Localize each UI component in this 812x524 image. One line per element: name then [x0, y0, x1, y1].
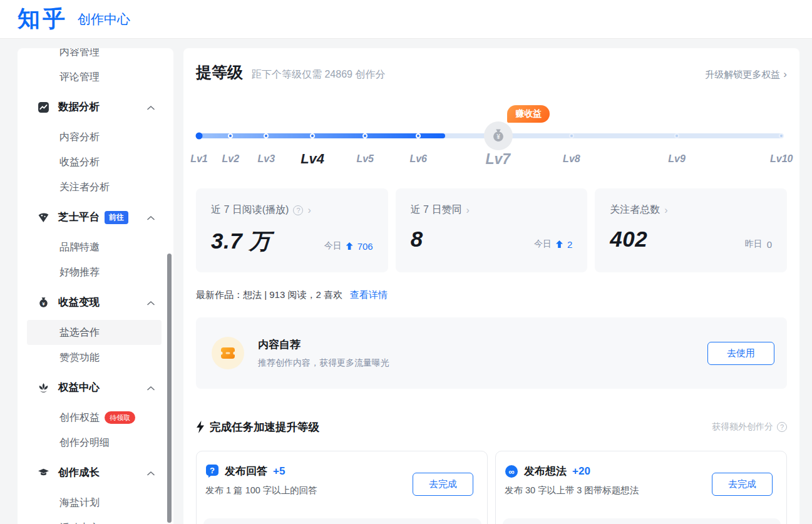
- level-label-4-current: Lv4: [301, 151, 324, 167]
- sidebar-item-follower-analysis[interactable]: 关注者分析: [18, 175, 173, 200]
- level-dot-10: [779, 133, 784, 138]
- question-bubble-icon: ?: [205, 464, 219, 478]
- level-dot-3: [264, 133, 269, 138]
- stat-label: 近 7 日赞同: [411, 203, 462, 217]
- delta-label: 昨日: [745, 239, 763, 250]
- top-header: 知乎 创作中心: [0, 0, 812, 39]
- sidebar-item-brand-invite[interactable]: 品牌特邀: [18, 235, 173, 260]
- zhihu-logo[interactable]: 知乎: [18, 4, 68, 34]
- ticket-icon: [212, 337, 244, 369]
- sidebar-section-label: 芝士平台: [58, 210, 100, 224]
- sidebar-item-yanxuan-cooperation[interactable]: 盐选合作: [27, 320, 162, 345]
- sidebar-section-label: 收益变现: [58, 295, 100, 309]
- sidebar-item-goods-recommend[interactable]: 好物推荐: [18, 260, 173, 285]
- latest-work-text: 最新作品：想法 | 913 阅读，2 喜欢: [196, 289, 342, 301]
- sidebar-section-monetization[interactable]: ¥ 收益变现: [18, 287, 173, 317]
- chevron-up-icon[interactable]: [147, 297, 155, 309]
- task-points: +5: [273, 465, 285, 478]
- svg-text:?: ?: [210, 466, 215, 475]
- extra-score-hint: 获得额外创作分 ?: [712, 421, 787, 433]
- moneybag-icon: ¥: [491, 128, 506, 143]
- next-task-placeholder: [203, 518, 481, 524]
- sidebar-item-comment-management[interactable]: 评论管理: [18, 64, 173, 90]
- goto-badge[interactable]: 前往: [105, 211, 128, 224]
- main-panel: 提等级 距下个等级仅需 24869 创作分 升级解锁更多权益› 赚收益 ¥ Lv…: [183, 48, 799, 524]
- pending-claim-badge: 待领取: [105, 411, 135, 424]
- sidebar-section-rights-center[interactable]: 权益中心: [18, 372, 173, 403]
- sidebar-item-content-analysis[interactable]: 内容分析: [18, 125, 173, 150]
- sidebar-item-creation-rights[interactable]: 创作权益 待领取: [18, 405, 173, 430]
- task-card-publish-idea: ∞ 发布想法 +20 发布 30 字以上带 3 图带标题想法 去完成: [495, 451, 787, 524]
- sidebar-item-reward-function[interactable]: 赞赏功能: [18, 345, 173, 370]
- task-title: 发布想法: [524, 464, 567, 478]
- go-complete-button[interactable]: 去完成: [712, 473, 773, 496]
- lightning-icon: [196, 421, 205, 433]
- upgrade-benefits-link[interactable]: 升级解锁更多权益›: [705, 68, 787, 81]
- sidebar-item-activity-center[interactable]: 活动中心: [18, 515, 173, 524]
- level-dot-5: [362, 133, 367, 138]
- sidebar-item-content-management[interactable]: 内容管理: [18, 48, 173, 64]
- level-label-9: Lv9: [668, 153, 686, 165]
- level-label-10: Lv10: [770, 153, 793, 165]
- chevron-right-icon: ›: [307, 205, 311, 216]
- tasks-header: 完成任务加速提升等级 获得额外创作分 ?: [196, 419, 787, 434]
- sidebar-item-label: 创作权益: [59, 411, 100, 424]
- level-progress: 赚收益 ¥ Lv1 Lv2 Lv3 Lv4 Lv5 Lv6 Lv7 Lv8 Lv…: [196, 103, 787, 171]
- sidebar-section-data-analysis[interactable]: 数据分析: [18, 92, 173, 122]
- task-desc: 发布 30 字以上带 3 图带标题想法: [505, 485, 712, 496]
- level-header-row: 提等级 距下个等级仅需 24869 创作分 升级解锁更多权益›: [196, 62, 787, 85]
- stat-card-upvotes[interactable]: 近 7 日赞同 › 8 今日 2: [396, 188, 588, 272]
- help-icon[interactable]: ?: [293, 205, 303, 215]
- arrow-up-icon: [556, 240, 563, 248]
- sidebar-section-label: 创作成长: [58, 466, 100, 480]
- stat-value: 402: [610, 227, 647, 252]
- sidebar-section-creator-growth[interactable]: 创作成长: [18, 458, 173, 488]
- use-now-button[interactable]: 去使用: [707, 342, 774, 365]
- stat-label: 近 7 日阅读(播放): [211, 203, 289, 217]
- hint-label: 获得额外创作分: [712, 421, 773, 433]
- moneybag-icon: ¥: [38, 297, 49, 309]
- chevron-up-icon[interactable]: [147, 212, 155, 223]
- view-details-link[interactable]: 查看详情: [350, 289, 388, 301]
- task-desc: 发布 1 篇 100 字以上的回答: [205, 485, 413, 496]
- level-label-8: Lv8: [563, 153, 580, 165]
- chevron-right-icon: ›: [466, 205, 469, 216]
- help-icon[interactable]: ?: [777, 422, 787, 432]
- sidebar-section-label: 权益中心: [58, 381, 100, 394]
- level-dot-4: [310, 133, 315, 138]
- level-dot-1: [195, 133, 202, 140]
- chart-icon: [38, 101, 49, 113]
- chevron-up-icon[interactable]: [147, 467, 155, 479]
- svg-text:∞: ∞: [508, 466, 514, 476]
- svg-text:¥: ¥: [497, 133, 501, 140]
- task-cards: ? 发布回答 +5 发布 1 篇 100 字以上的回答 去完成 ∞ 发布想法 +…: [196, 451, 787, 524]
- latest-work-row: 最新作品：想法 | 913 阅读，2 喜欢 查看详情: [196, 289, 787, 301]
- stat-card-reads[interactable]: 近 7 日阅读(播放) ? › 3.7 万 今日 706: [196, 188, 388, 272]
- sidebar-scrollbar[interactable]: [167, 254, 172, 523]
- sidebar-section-cheese-platform[interactable]: 芝士平台 前往: [18, 202, 173, 232]
- level-dot-2: [228, 133, 233, 138]
- earn-income-badge[interactable]: 赚收益: [507, 105, 550, 123]
- cheese-icon: [38, 212, 49, 223]
- tasks-heading: 完成任务加速提升等级: [210, 419, 319, 434]
- chevron-right-icon: ›: [664, 205, 667, 216]
- go-complete-button[interactable]: 去完成: [413, 473, 473, 496]
- sidebar-item-creation-score-detail[interactable]: 创作分明细: [18, 430, 173, 455]
- sidebar-item-haiyan-plan[interactable]: 海盐计划: [18, 490, 173, 515]
- chevron-up-icon[interactable]: [147, 382, 155, 394]
- delta-value: 706: [357, 241, 373, 252]
- level-dot-6: [416, 133, 421, 138]
- level-dot-8: [569, 133, 574, 138]
- level-label-2: Lv2: [222, 153, 240, 165]
- stat-card-followers[interactable]: 关注者总数 › 402 昨日 0: [595, 188, 787, 272]
- upgrade-link-label: 升级解锁更多权益: [705, 69, 780, 80]
- level-labels: Lv1 Lv2 Lv3 Lv4 Lv5 Lv6 Lv7 Lv8 Lv9 Lv10: [198, 153, 783, 171]
- stat-value: 8: [411, 227, 423, 252]
- lotus-icon: [38, 382, 49, 394]
- task-title: 发布回答: [225, 464, 267, 478]
- promo-title: 内容自荐: [258, 337, 389, 352]
- page-title: 提等级: [196, 62, 243, 83]
- sidebar-item-revenue-analysis[interactable]: 收益分析: [18, 150, 173, 175]
- chevron-up-icon[interactable]: [147, 101, 155, 113]
- task-points: +20: [572, 465, 590, 478]
